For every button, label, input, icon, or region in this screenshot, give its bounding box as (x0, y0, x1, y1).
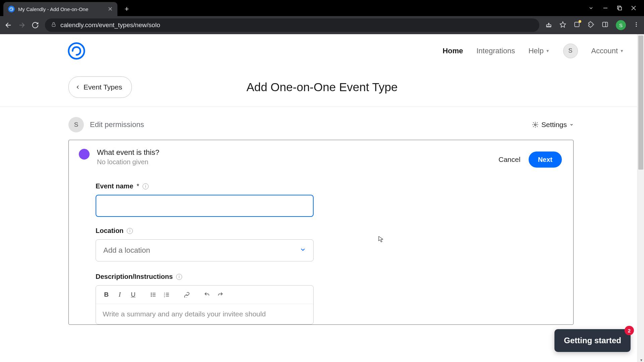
underline-icon[interactable]: U (127, 289, 139, 300)
scroll-down-icon[interactable]: ▼ (640, 358, 643, 362)
help-widget[interactable]: Getting started 2 (554, 329, 631, 352)
svg-rect-6 (52, 24, 55, 26)
address-bar[interactable]: calendly.com/event_types/new/solo (45, 18, 539, 32)
info-icon[interactable]: i (143, 183, 149, 189)
edit-permissions-link[interactable]: Edit permissions (90, 120, 144, 129)
undo-icon[interactable] (201, 289, 213, 300)
redo-icon[interactable] (215, 289, 226, 300)
location-label-row: Location i (96, 227, 546, 235)
menu-icon[interactable] (633, 21, 639, 29)
numbered-list-icon[interactable]: 123 (161, 289, 172, 300)
new-tab-button[interactable]: + (121, 3, 133, 15)
svg-point-0 (10, 7, 13, 11)
location-select[interactable]: Add a location (96, 239, 314, 261)
profile-avatar[interactable]: S (616, 20, 626, 30)
share-icon[interactable] (545, 21, 552, 29)
lock-icon[interactable] (51, 22, 56, 28)
browser-tab[interactable]: My Calendly - Add One-on-One ✕ (3, 2, 117, 16)
next-button[interactable]: Next (529, 152, 562, 168)
info-icon[interactable]: i (127, 228, 133, 234)
description-field: Description/Instructions i B I U 123 (96, 273, 546, 324)
svg-rect-9 (603, 22, 608, 26)
back-icon[interactable] (5, 21, 12, 29)
bold-icon[interactable]: B (101, 289, 112, 300)
cancel-button[interactable]: Cancel (498, 156, 520, 164)
scrollbar[interactable]: ▲ ▼ (637, 34, 644, 362)
event-color-dot (79, 149, 90, 160)
close-window-icon[interactable] (631, 6, 636, 10)
chevron-down-icon (570, 123, 574, 127)
scrollbar-thumb[interactable] (638, 36, 643, 170)
star-icon[interactable] (559, 21, 566, 29)
extension-notif-icon[interactable] (574, 21, 580, 29)
card-subtitle: No location given (97, 158, 498, 166)
location-field: Location i Add a location (96, 227, 546, 261)
toolbar-right: S (545, 20, 639, 30)
card-question: What event is this? (97, 148, 498, 157)
subheader: Event Types Add One-on-One Event Type (0, 68, 644, 107)
app-header: Home Integrations Help▼ S Account▼ (0, 34, 644, 68)
back-label: Event Types (84, 83, 122, 91)
gear-icon (532, 121, 539, 128)
nav-account[interactable]: Account▼ (591, 47, 624, 55)
description-input[interactable]: Write a summary and any details your inv… (96, 304, 313, 324)
link-icon[interactable] (181, 289, 193, 300)
svg-text:3: 3 (164, 296, 165, 298)
nav-integrations[interactable]: Integrations (477, 47, 515, 55)
nav-help[interactable]: Help▼ (528, 47, 549, 55)
description-placeholder: Write a summary and any details your inv… (103, 310, 266, 318)
browser-toolbar: calendly.com/event_types/new/solo S (0, 16, 644, 34)
nav-account-label: Account (591, 47, 618, 55)
svg-point-12 (636, 24, 637, 25)
svg-point-13 (636, 26, 637, 27)
page-viewport: Home Integrations Help▼ S Account▼ Event… (0, 34, 644, 362)
permissions-left: S Edit permissions (68, 117, 144, 132)
close-tab-icon[interactable]: ✕ (108, 5, 113, 13)
nav-home[interactable]: Home (442, 47, 463, 55)
bullet-list-icon[interactable] (148, 289, 159, 300)
caret-down-icon: ▼ (546, 49, 550, 53)
svg-point-11 (636, 22, 637, 23)
required-mark: * (137, 182, 139, 190)
header-nav: Home Integrations Help▼ S Account▼ (442, 44, 624, 58)
svg-point-15 (535, 124, 536, 126)
italic-icon[interactable]: I (114, 289, 125, 300)
info-icon[interactable]: i (176, 274, 182, 280)
caret-down-icon: ▼ (620, 49, 624, 53)
event-name-label: Event name (96, 182, 133, 190)
page-title: Add One-on-One Event Type (247, 80, 398, 94)
user-avatar[interactable]: S (563, 44, 578, 58)
card-header: What event is this? No location given Ca… (69, 140, 573, 176)
description-label-row: Description/Instructions i (96, 273, 546, 281)
extensions-icon[interactable] (588, 21, 594, 29)
help-badge: 2 (625, 326, 634, 335)
forward-icon[interactable] (18, 21, 25, 29)
svg-rect-8 (575, 22, 579, 26)
rich-text-editor: B I U 123 Wri (96, 285, 314, 324)
nav-help-label: Help (528, 47, 543, 55)
permissions-row: S Edit permissions Settings (68, 117, 574, 132)
svg-point-18 (151, 296, 152, 297)
description-label: Description/Instructions (96, 273, 173, 281)
event-name-label-row: Event name * i (96, 182, 546, 190)
maximize-icon[interactable] (617, 6, 622, 10)
card-titles: What event is this? No location given (97, 148, 498, 166)
tab-title: My Calendly - Add One-on-One (18, 6, 104, 12)
url-text: calendly.com/event_types/new/solo (60, 21, 160, 29)
settings-label: Settings (541, 121, 567, 129)
event-card: What event is this? No location given Ca… (68, 140, 574, 325)
tabs-dropdown-icon[interactable] (588, 5, 594, 11)
location-label: Location (96, 227, 123, 235)
svg-point-14 (69, 43, 85, 59)
event-name-input[interactable] (96, 195, 314, 217)
minimize-icon[interactable] (603, 6, 608, 10)
svg-rect-3 (619, 7, 622, 10)
settings-dropdown[interactable]: Settings (532, 121, 574, 129)
calendly-logo[interactable] (67, 42, 86, 60)
location-placeholder: Add a location (103, 246, 150, 255)
help-label: Getting started (564, 336, 621, 345)
event-name-field: Event name * i (96, 182, 546, 217)
back-button[interactable]: Event Types (68, 76, 132, 98)
sidepanel-icon[interactable] (602, 21, 608, 29)
reload-icon[interactable] (32, 21, 39, 29)
